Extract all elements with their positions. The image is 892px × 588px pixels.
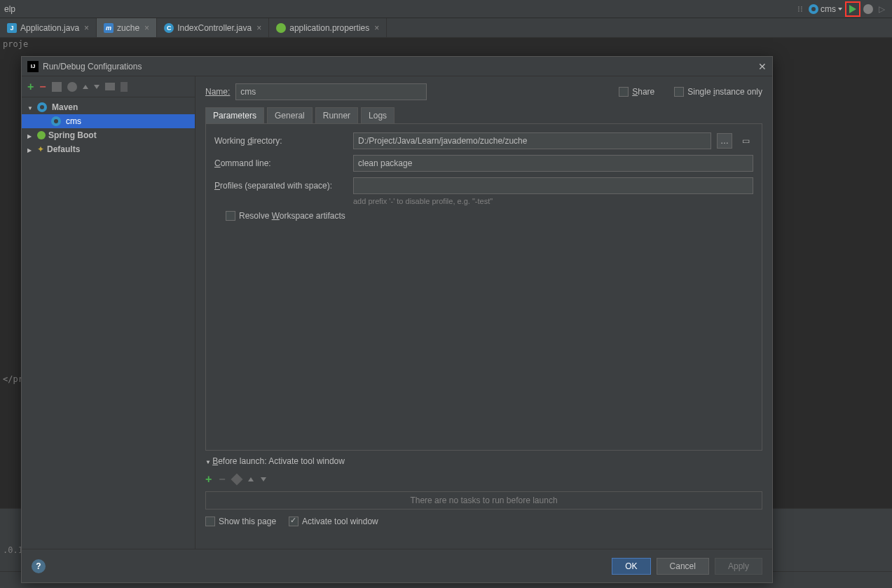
browse-button[interactable]: … [717, 133, 732, 149]
tree-node-cms[interactable]: cms [22, 114, 195, 128]
bug-icon [863, 4, 873, 14]
close-icon[interactable]: × [144, 23, 149, 33]
intellij-icon: IJ [27, 61, 39, 72]
tab-application-java[interactable]: J Application.java × [0, 18, 97, 37]
activate-tool-checkbox[interactable]: Activate tool window [289, 517, 378, 526]
checkbox-icon [619, 87, 629, 97]
tree-label: Spring Boot [48, 130, 97, 140]
parameters-panel: Working directory: … ▭ Command line: Pro… [205, 124, 762, 451]
menu-help[interactable]: elp [4, 4, 15, 14]
tree-node-maven[interactable]: Maven [22, 100, 195, 114]
config-tree-panel: + − Maven cms [22, 76, 195, 549]
copy-config-button[interactable] [52, 82, 62, 92]
before-launch-options: Show this page Activate tool window [205, 517, 762, 526]
config-tree: Maven cms Spring Boot ✦ Defaults [22, 97, 195, 549]
dropdown-arrow-icon [838, 8, 842, 11]
tab-general[interactable]: General [267, 107, 313, 123]
folder-button[interactable] [105, 83, 115, 90]
expand-icon [27, 130, 34, 140]
tree-node-spring-boot[interactable]: Spring Boot [22, 128, 195, 142]
close-icon[interactable]: × [84, 23, 89, 33]
command-line-label: Command line: [214, 158, 348, 168]
command-line-input[interactable] [353, 155, 753, 172]
single-instance-label: Single instance only [687, 87, 762, 97]
tab-zuche[interactable]: m zuche × [97, 18, 157, 37]
maven-file-icon: m [104, 23, 114, 33]
toolbar-icon-last[interactable]: ▷ [876, 1, 888, 17]
main-toolbar: elp ⁝⁝ cms ▷ [0, 0, 892, 18]
java-icon: J [7, 23, 17, 33]
cancel-button[interactable]: Cancel [657, 558, 709, 575]
tab-label: application.properties [289, 23, 369, 33]
config-form-panel: Name: Share Single instance only Paramet… [195, 76, 772, 549]
move-task-up-button[interactable] [248, 477, 254, 481]
ok-button[interactable]: OK [612, 558, 650, 575]
add-config-button[interactable]: + [27, 81, 34, 93]
run-button[interactable] [845, 1, 860, 17]
tab-index-controller[interactable]: C IndexController.java × [157, 18, 269, 37]
profiles-input[interactable] [353, 177, 753, 194]
wrench-icon: ✦ [37, 144, 44, 154]
expand-icon [27, 102, 34, 112]
remove-task-button[interactable]: − [219, 473, 225, 486]
tab-parameters[interactable]: Parameters [205, 107, 264, 123]
tab-runner[interactable]: Runner [315, 107, 358, 123]
tab-label: zuche [117, 23, 139, 33]
name-label: Name: [205, 87, 230, 97]
play-icon [849, 5, 856, 13]
move-down-button[interactable] [94, 85, 100, 89]
checkbox-checked-icon [289, 517, 299, 526]
tree-node-defaults[interactable]: ✦ Defaults [22, 142, 195, 156]
share-label: Share [632, 87, 654, 97]
resolve-workspace-checkbox[interactable]: Resolve Workspace artifacts [226, 211, 345, 221]
before-launch-list: There are no tasks to run before launch [205, 491, 762, 510]
add-task-button[interactable]: + [205, 473, 212, 486]
insert-path-button[interactable]: ▭ [738, 133, 753, 149]
apply-button[interactable]: Apply [715, 558, 762, 575]
run-config-label: cms [821, 4, 836, 14]
expand-icon [27, 144, 34, 154]
tab-logs[interactable]: Logs [361, 107, 394, 123]
move-task-down-button[interactable] [261, 477, 266, 481]
profiles-row: Profiles (separated with space): [214, 177, 753, 194]
activate-tool-label: Activate tool window [302, 517, 378, 526]
resolve-workspace-row: Resolve Workspace artifacts [214, 211, 753, 221]
tab-label: IndexController.java [177, 23, 252, 33]
dialog-footer: ? OK Cancel Apply [22, 549, 772, 582]
tree-label: Defaults [47, 144, 80, 154]
show-page-label: Show this page [219, 517, 276, 526]
move-up-button[interactable] [83, 85, 88, 89]
tree-label: Maven [52, 102, 78, 112]
sort-button[interactable] [121, 82, 128, 92]
working-dir-input[interactable] [353, 132, 711, 149]
run-config-dropdown[interactable]: cms [806, 1, 845, 17]
before-launch-toolbar: + − [205, 470, 762, 488]
checkbox-icon [205, 517, 215, 526]
name-input[interactable] [235, 83, 426, 100]
show-page-checkbox[interactable]: Show this page [205, 517, 276, 526]
close-icon[interactable]: × [256, 23, 261, 33]
dialog-title: Run/Debug Configurations [43, 62, 758, 71]
help-button[interactable]: ? [32, 559, 46, 573]
settings-config-button[interactable] [67, 82, 77, 92]
dialog-close-button[interactable]: ✕ [758, 61, 767, 72]
debug-button[interactable] [860, 1, 876, 17]
share-checkbox[interactable]: Share [619, 87, 654, 97]
dialog-titlebar: IJ Run/Debug Configurations ✕ [22, 57, 772, 76]
tree-toolbar: + − [22, 76, 195, 97]
class-icon: C [164, 23, 174, 33]
toolbar-icon-1[interactable]: ⁝⁝ [795, 1, 806, 17]
tree-label: cms [66, 116, 81, 126]
tab-label: Application.java [20, 23, 79, 33]
edit-task-button[interactable] [231, 474, 242, 486]
maven-icon [51, 116, 61, 126]
spring-icon [276, 23, 286, 33]
single-instance-checkbox[interactable]: Single instance only [674, 87, 762, 97]
close-icon[interactable]: × [374, 23, 379, 33]
tab-application-properties[interactable]: application.properties × [269, 18, 387, 37]
gear-icon [809, 4, 818, 14]
remove-config-button[interactable]: − [39, 81, 46, 93]
before-launch-title[interactable]: Before launch: Activate tool window [205, 456, 762, 466]
profiles-label: Profiles (separated with space): [214, 181, 348, 191]
config-tabs: Parameters General Runner Logs [205, 107, 762, 124]
